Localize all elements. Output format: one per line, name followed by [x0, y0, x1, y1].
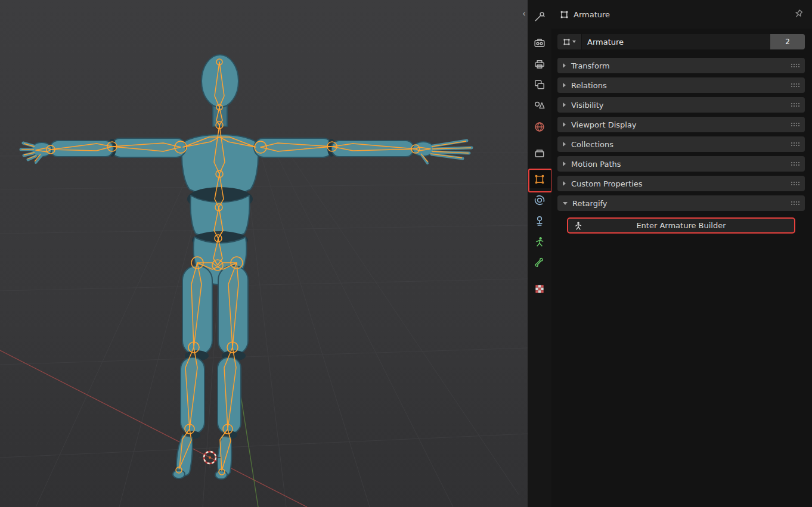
panel-header-collections[interactable]: Collections	[557, 136, 805, 152]
panel-label: Relations	[571, 81, 607, 90]
viewport-scene	[0, 0, 528, 507]
panel-label: Retargify	[572, 199, 608, 208]
chevron-right-icon	[563, 83, 566, 88]
blender-window: ‹	[0, 0, 812, 507]
chevron-right-icon	[563, 102, 566, 107]
region-collapse-chevron[interactable]: ‹	[522, 10, 526, 18]
retargify-panel-body: Enter Armature Builder	[567, 217, 795, 234]
object-data-icon	[563, 38, 571, 46]
breadcrumb: Armature	[560, 10, 610, 19]
tab-view-layer-properties[interactable]	[531, 76, 548, 94]
armature-builder-icon	[574, 221, 583, 231]
panel-header-retargify[interactable]: Retargify	[557, 195, 805, 211]
chevron-right-icon	[563, 181, 566, 186]
grip-handle-icon[interactable]	[791, 122, 799, 127]
tab-collection-properties[interactable]	[531, 144, 548, 162]
3d-viewport[interactable]: ‹	[0, 0, 528, 507]
tab-output-properties[interactable]	[531, 55, 548, 73]
pin-icon[interactable]	[793, 9, 804, 20]
tab-bone-properties[interactable]	[531, 254, 548, 272]
armature-data-properties-icon	[534, 236, 546, 248]
texture-properties-icon	[534, 283, 546, 295]
chevron-right-icon	[563, 122, 566, 127]
chevron-right-icon	[563, 142, 566, 147]
id-type-dropdown[interactable]	[557, 34, 582, 49]
grip-handle-icon[interactable]	[791, 102, 799, 107]
chevron-down-icon	[572, 41, 576, 43]
world-properties-icon	[534, 121, 546, 133]
tab-render-properties[interactable]	[531, 34, 548, 52]
object-data-icon	[560, 10, 569, 19]
tab-armature-data-properties[interactable]	[531, 233, 548, 251]
tab-texture-properties[interactable]	[531, 280, 548, 298]
chevron-right-icon	[563, 161, 566, 166]
panel-header-custom-properties[interactable]: Custom Properties	[557, 176, 805, 191]
panel-header-motion-paths[interactable]: Motion Paths	[557, 156, 805, 172]
view-layer-properties-icon	[534, 79, 546, 91]
tab-tool[interactable]	[531, 8, 548, 26]
tab-physics-properties[interactable]	[531, 191, 548, 209]
panel-header-transform[interactable]: Transform	[557, 58, 805, 73]
id-block: Armature 2	[557, 34, 805, 49]
output-properties-icon	[534, 58, 546, 70]
grip-handle-icon[interactable]	[791, 161, 799, 166]
grip-handle-icon[interactable]	[791, 142, 799, 147]
tab-object-properties[interactable]	[528, 170, 551, 188]
panel-label: Transform	[571, 61, 610, 70]
tool-icon	[534, 11, 546, 23]
panel-label: Viewport Display	[571, 120, 637, 129]
enter-armature-builder-button[interactable]: Enter Armature Builder	[567, 217, 795, 234]
panel-label: Visibility	[571, 101, 603, 110]
render-properties-icon	[534, 37, 546, 49]
properties-panel: Armature Armature	[551, 0, 812, 507]
tab-world-properties[interactable]	[531, 118, 548, 136]
properties-tab-strip	[528, 0, 551, 507]
users-count-badge[interactable]: 2	[770, 34, 805, 49]
panel-header-viewport-display[interactable]: Viewport Display	[557, 117, 805, 132]
collection-properties-icon	[534, 147, 546, 159]
panel-header-relations[interactable]: Relations	[557, 77, 805, 93]
chevron-down-icon	[563, 202, 568, 205]
chevron-right-icon	[563, 63, 566, 68]
breadcrumb-object-label: Armature	[574, 10, 610, 19]
tab-constraints-properties[interactable]	[531, 212, 548, 230]
scene-properties-icon	[534, 99, 546, 111]
grip-handle-icon[interactable]	[791, 181, 799, 186]
grip-handle-icon[interactable]	[791, 201, 799, 206]
panel-list: Transform Relations Visibility Viewport …	[557, 58, 805, 234]
object-name-field[interactable]: Armature	[582, 34, 770, 49]
tab-scene-properties[interactable]	[531, 97, 548, 114]
panel-label: Motion Paths	[571, 160, 621, 169]
grip-handle-icon[interactable]	[791, 83, 799, 88]
enter-armature-builder-label: Enter Armature Builder	[636, 221, 726, 230]
physics-properties-icon	[534, 194, 546, 206]
object-properties-icon	[534, 173, 546, 185]
panel-label: Custom Properties	[571, 179, 643, 188]
grip-handle-icon[interactable]	[791, 63, 799, 68]
panel-header-visibility[interactable]: Visibility	[557, 97, 805, 113]
properties-header: Armature	[551, 0, 812, 29]
constraints-properties-icon	[534, 215, 546, 227]
bone-properties-icon	[534, 257, 546, 269]
panel-label: Collections	[571, 140, 613, 149]
